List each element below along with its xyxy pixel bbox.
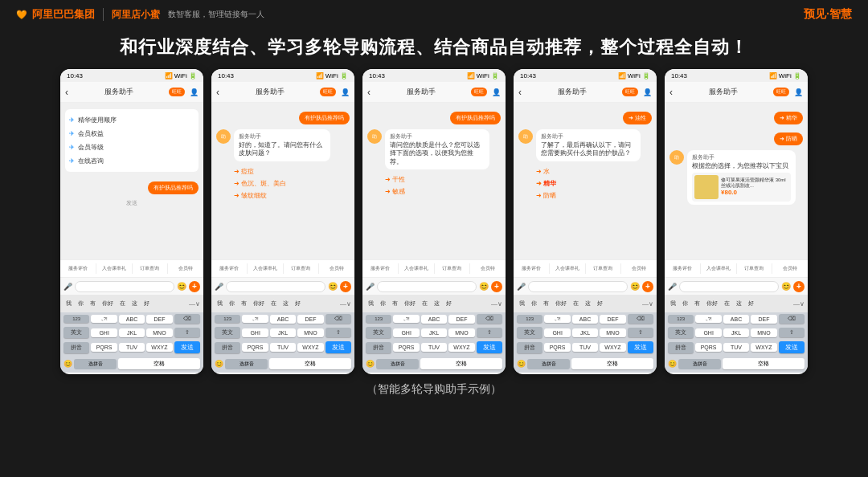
keyboard-2: 我你有你好在这好—∨ 123.,?!ABCDEF⌫ 英文GHIJKLMNO⇧ 拼… (211, 295, 354, 373)
badge-1: 旺旺 (169, 88, 185, 96)
bottom-tabs-3: 服务评价 入会课串礼 订单查询 会员特 (362, 259, 506, 277)
alibaba-logo: 🧡 阿里巴巴集团 阿里店小蜜 数智客服，智理链接每一人 (16, 7, 264, 22)
input-area-3: 🎤 😊 + (362, 277, 506, 295)
main-title: 和行业深度结合、学习多轮导购流程、结合商品自动推荐，整个过程全自动！ (0, 29, 868, 69)
alibaba-group-text: 阿里巴巴集团 (32, 7, 95, 22)
phone-2: 10:43 📶 WiFi 🔋 ‹ 服务助手 旺旺 👤 有护肤品推荐吗 助 服务助… (211, 69, 354, 374)
shop-name-2: 服务助手 (223, 87, 317, 97)
bottom-tabs-4: 服务评价 入会课串礼 订单查询 会员特 (514, 259, 657, 277)
bottom-tabs-1: 服务评价 入会课串礼 订单查询 会员特 (60, 259, 203, 277)
phones-container: 10:43 📶 WiFi 🔋 ‹ 服务助手 旺旺 👤 ✈精华使用顺序 ✈会员权益 (0, 69, 868, 374)
status-bar-5: 10:43 📶 WiFi 🔋 (665, 69, 808, 82)
phone-nav-3: ‹ 服务助手 旺旺 👤 (362, 82, 506, 103)
keyboard-1: 我 你 有 你好 在 这 好 —∨ 123 .,?! ABC DEF ⌫ 英文 … (60, 295, 203, 373)
caption: （智能多轮导购助手示例） (0, 382, 868, 397)
input-field-1[interactable] (75, 281, 174, 292)
tab-gift-1[interactable]: 入会课串礼 (96, 263, 133, 274)
input-area-1: 🎤 😊 + (60, 277, 203, 295)
back-arrow-2[interactable]: ‹ (216, 87, 219, 98)
bottom-tabs-5: 服务评价 入会课串礼 订单查询 会员特 (665, 259, 808, 277)
chat-area-2: 有护肤品推荐吗 助 服务助手 好的，知道了。请问您有什么皮肤问题？ ➜ 痘痘 ➜… (211, 103, 354, 259)
chat-area-1: ✈精华使用顺序 ✈会员权益 ✈会员等级 ✈在线咨询 有护 (60, 103, 203, 259)
keyboard-5: 我你有你好在这好—∨ 123.,?!ABCDEF⌫ 英文GHIJKLMNO⇧ 拼… (665, 295, 808, 373)
phone-5: 10:43 📶 WiFi 🔋 ‹ 服务助手 旺旺 👤 ➜ 精华 ➜ 防晒 助 服… (665, 69, 808, 374)
tab-order-1[interactable]: 订单查询 (133, 263, 169, 274)
tab-member-1[interactable]: 会员特 (168, 263, 203, 274)
phone-3: 10:43 📶 WiFi 🔋 ‹ 服务助手 旺旺 👤 有护肤品推荐吗 助 服务助… (362, 69, 506, 374)
header: 🧡 阿里巴巴集团 阿里店小蜜 数智客服，智理链接每一人 预见·智慧 (0, 0, 868, 29)
phone-nav-2: ‹ 服务助手 旺旺 👤 (211, 82, 354, 103)
store-name: 阿里店小蜜 (112, 8, 160, 22)
input-area-2: 🎤 😊 + (211, 277, 354, 295)
input-area-4: 🎤 😊 + (514, 277, 657, 295)
status-bar-2: 10:43 📶 WiFi 🔋 (211, 69, 354, 82)
voice-icon-1[interactable]: 🎤 (63, 283, 72, 291)
chat-area-4: ➜ 油性 助 服务助手 了解了，最后再确认以下，请问您需要购买什么类目的护肤品？… (514, 103, 657, 259)
keyboard-4: 我你有你好在这好—∨ 123.,?!ABCDEF⌫ 英文GHIJKLMNO⇧ 拼… (514, 295, 657, 373)
chat-area-3: 有护肤品推荐吗 助 服务助手 请问您的肤质是什么？您可以选择下面的选项，以便我为… (362, 103, 506, 259)
send-plus-1[interactable]: + (189, 281, 200, 292)
phone-nav-1: ‹ 服务助手 旺旺 👤 (60, 82, 203, 103)
chat-area-5: ➜ 精华 ➜ 防晒 助 服务助手 根据您的选择，为您推荐以下宝贝 修可莱果液活莹… (665, 103, 808, 259)
emoji-icon-1[interactable]: 😊 (177, 282, 186, 291)
logo-divider (103, 8, 104, 21)
status-bar-4: 10:43 📶 WiFi 🔋 (514, 69, 657, 82)
keyboard-3: 我你有你好在这好—∨ 123.,?!ABCDEF⌫ 英文GHIJKLMNO⇧ 拼… (362, 295, 506, 373)
phone-1: 10:43 📶 WiFi 🔋 ‹ 服务助手 旺旺 👤 ✈精华使用顺序 ✈会员权益 (60, 69, 203, 374)
alibaba-icon: 🧡 (16, 10, 27, 20)
phone-nav-5: ‹ 服务助手 旺旺 👤 (665, 82, 808, 103)
back-arrow-1[interactable]: ‹ (65, 87, 68, 98)
input-area-5: 🎤 😊 + (665, 277, 808, 295)
phone-nav-4: ‹ 服务助手 旺旺 👤 (514, 82, 657, 103)
status-bar-3: 10:43 📶 WiFi 🔋 (362, 69, 506, 82)
header-left: 🧡 阿里巴巴集团 阿里店小蜜 数智客服，智理链接每一人 (16, 7, 264, 22)
bottom-tabs-2: 服务评价 入会课串礼 订单查询 会员特 (211, 259, 354, 277)
tab-review-1[interactable]: 服务评价 (60, 263, 96, 274)
shop-name-1: 服务助手 (72, 87, 166, 97)
badge-2: 旺旺 (320, 88, 336, 96)
header-right: 预见·智慧 (804, 7, 852, 22)
phone-4: 10:43 📶 WiFi 🔋 ‹ 服务助手 旺旺 👤 ➜ 油性 助 服务助手 了… (514, 69, 657, 374)
status-bar-1: 10:43 📶 WiFi 🔋 (60, 69, 203, 82)
store-tagline: 数智客服，智理链接每一人 (168, 9, 264, 20)
